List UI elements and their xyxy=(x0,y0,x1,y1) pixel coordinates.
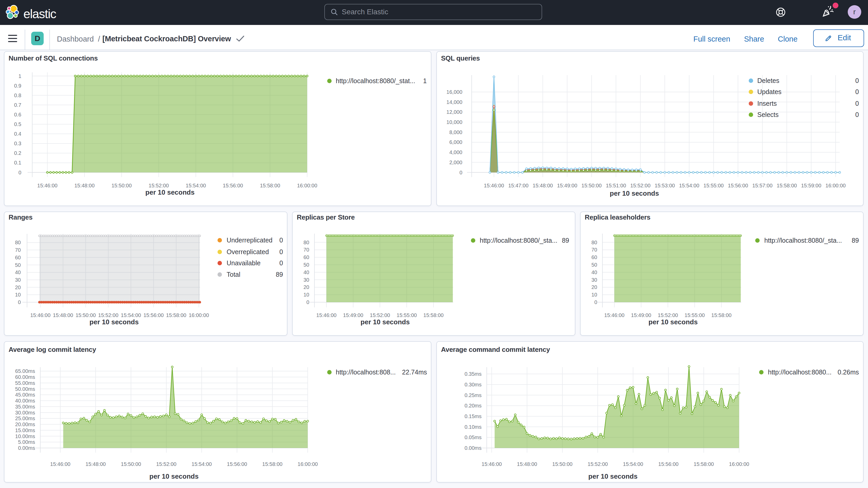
svg-text:15:58:00: 15:58:00 xyxy=(711,312,732,318)
svg-text:15:57:00: 15:57:00 xyxy=(752,183,773,188)
svg-text:15:52:00: 15:52:00 xyxy=(630,183,650,188)
svg-text:30.00ms: 30.00ms xyxy=(15,410,35,416)
svg-text:15:47:00: 15:47:00 xyxy=(508,183,529,188)
svg-text:15:55:00: 15:55:00 xyxy=(704,183,724,188)
svg-text:16:00:00: 16:00:00 xyxy=(826,183,846,188)
svg-text:0.1: 0.1 xyxy=(14,160,21,165)
svg-text:16:00:00: 16:00:00 xyxy=(729,461,749,467)
svg-text:15:59:00: 15:59:00 xyxy=(801,183,821,188)
svg-text:16:00:00: 16:00:00 xyxy=(297,183,317,188)
svg-text:15.00ms: 15.00ms xyxy=(15,427,35,433)
svg-text:10: 10 xyxy=(591,292,597,298)
svg-text:60: 60 xyxy=(591,254,597,260)
svg-text:70: 70 xyxy=(304,247,309,252)
svg-text:15:48:00: 15:48:00 xyxy=(86,461,106,467)
svg-text:per 10 seconds: per 10 seconds xyxy=(149,472,198,480)
svg-text:0.6: 0.6 xyxy=(14,112,21,118)
svg-text:per 10 seconds: per 10 seconds xyxy=(361,318,410,326)
svg-text:15:49:00: 15:49:00 xyxy=(557,183,577,188)
svg-text:15:54:00: 15:54:00 xyxy=(679,183,699,188)
svg-text:per 10 seconds: per 10 seconds xyxy=(610,189,659,197)
svg-text:0: 0 xyxy=(18,299,21,305)
svg-text:15:51:00: 15:51:00 xyxy=(606,183,626,188)
svg-text:per 10 seconds: per 10 seconds xyxy=(588,472,638,480)
svg-text:15:50:00: 15:50:00 xyxy=(112,183,132,188)
svg-text:50: 50 xyxy=(591,262,597,268)
svg-text:20: 20 xyxy=(15,284,21,290)
svg-text:15:54:00: 15:54:00 xyxy=(623,461,643,467)
svg-text:0: 0 xyxy=(594,299,597,305)
svg-text:10,000: 10,000 xyxy=(446,119,462,125)
svg-text:0.25ms: 0.25ms xyxy=(464,392,482,398)
svg-text:0: 0 xyxy=(19,170,21,175)
svg-text:8,000: 8,000 xyxy=(450,129,462,135)
svg-text:15:46:00: 15:46:00 xyxy=(316,312,337,318)
svg-text:40: 40 xyxy=(591,270,597,275)
svg-text:2,000: 2,000 xyxy=(450,159,462,165)
svg-text:4,000: 4,000 xyxy=(450,149,462,155)
svg-text:5.00ms: 5.00ms xyxy=(18,439,35,445)
svg-text:16:00:00: 16:00:00 xyxy=(189,312,209,318)
svg-text:per 10 seconds: per 10 seconds xyxy=(145,188,194,196)
svg-text:15:58:00: 15:58:00 xyxy=(777,183,797,188)
svg-text:10.00ms: 10.00ms xyxy=(15,433,35,439)
svg-text:0: 0 xyxy=(306,299,309,305)
svg-text:10: 10 xyxy=(15,292,21,298)
svg-text:15:50:00: 15:50:00 xyxy=(121,461,141,467)
svg-text:0.4: 0.4 xyxy=(14,131,21,137)
svg-text:15:50:00: 15:50:00 xyxy=(581,183,601,188)
svg-text:0.5: 0.5 xyxy=(14,121,21,127)
svg-text:0.00ms: 0.00ms xyxy=(464,445,482,451)
svg-text:60: 60 xyxy=(304,254,309,260)
svg-text:15:46:00: 15:46:00 xyxy=(484,183,504,188)
svg-text:0.05ms: 0.05ms xyxy=(464,434,482,440)
svg-text:15:58:00: 15:58:00 xyxy=(260,183,280,188)
svg-text:55.00ms: 55.00ms xyxy=(15,380,35,386)
svg-text:15:46:00: 15:46:00 xyxy=(604,312,624,318)
svg-text:40.00ms: 40.00ms xyxy=(15,398,35,403)
svg-text:0: 0 xyxy=(460,170,462,175)
svg-text:0.3: 0.3 xyxy=(14,141,21,146)
svg-text:15:54:00: 15:54:00 xyxy=(191,461,212,467)
svg-text:0.15ms: 0.15ms xyxy=(464,414,482,419)
svg-text:0.00ms: 0.00ms xyxy=(18,445,35,451)
svg-text:15:48:00: 15:48:00 xyxy=(53,312,73,318)
svg-text:15:48:00: 15:48:00 xyxy=(517,461,537,467)
svg-text:15:49:00: 15:49:00 xyxy=(343,312,363,318)
svg-text:15:52:00: 15:52:00 xyxy=(98,312,119,318)
svg-text:15:54:00: 15:54:00 xyxy=(121,312,141,318)
svg-text:15:52:00: 15:52:00 xyxy=(658,312,678,318)
svg-text:15:46:00: 15:46:00 xyxy=(37,183,57,188)
svg-text:15:49:00: 15:49:00 xyxy=(631,312,651,318)
svg-text:15:53:00: 15:53:00 xyxy=(655,183,675,188)
svg-text:15:52:00: 15:52:00 xyxy=(370,312,390,318)
svg-text:15:46:00: 15:46:00 xyxy=(482,461,502,467)
svg-text:35.00ms: 35.00ms xyxy=(15,404,35,409)
svg-text:45.00ms: 45.00ms xyxy=(15,392,35,398)
svg-text:15:50:00: 15:50:00 xyxy=(552,461,572,467)
svg-text:15:46:00: 15:46:00 xyxy=(30,312,51,318)
svg-text:40: 40 xyxy=(304,270,309,275)
svg-text:15:52:00: 15:52:00 xyxy=(156,461,177,467)
svg-text:15:50:00: 15:50:00 xyxy=(75,312,96,318)
svg-text:15:54:00: 15:54:00 xyxy=(186,183,206,188)
svg-text:15:48:00: 15:48:00 xyxy=(533,183,553,188)
svg-text:15:58:00: 15:58:00 xyxy=(166,312,186,318)
svg-text:15:56:00: 15:56:00 xyxy=(223,183,243,188)
svg-text:15:58:00: 15:58:00 xyxy=(693,461,714,467)
svg-text:0.7: 0.7 xyxy=(14,102,21,108)
svg-text:15:55:00: 15:55:00 xyxy=(684,312,705,318)
svg-text:per 10 seconds: per 10 seconds xyxy=(648,318,698,326)
svg-text:per 10 seconds: per 10 seconds xyxy=(89,318,138,326)
svg-text:30: 30 xyxy=(304,277,309,283)
svg-text:6,000: 6,000 xyxy=(450,139,462,145)
svg-text:50: 50 xyxy=(304,262,309,268)
svg-text:0.8: 0.8 xyxy=(14,92,21,98)
svg-text:15:46:00: 15:46:00 xyxy=(50,461,70,467)
svg-text:0.30ms: 0.30ms xyxy=(464,382,482,388)
svg-text:15:56:00: 15:56:00 xyxy=(227,461,247,467)
svg-text:15:56:00: 15:56:00 xyxy=(728,183,748,188)
svg-text:20: 20 xyxy=(304,284,309,290)
svg-text:30: 30 xyxy=(591,277,597,283)
svg-text:10: 10 xyxy=(304,292,309,298)
